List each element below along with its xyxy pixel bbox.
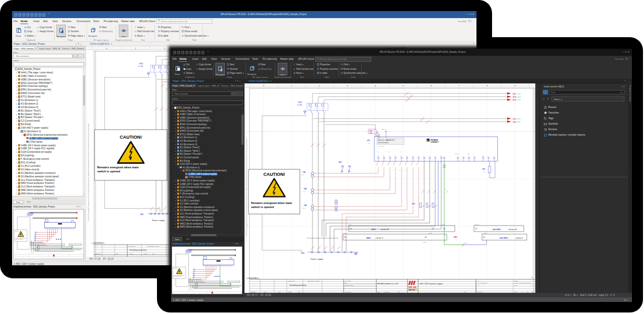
- svg-text:E2: E2: [406, 155, 408, 156]
- svg-text:Remains energized when main: Remains energized when main: [97, 166, 139, 169]
- svg-text:1W: 1W: [410, 93, 412, 94]
- svg-text:Protected by copyright. Passin: Protected by copyright. Passing on as we…: [88, 123, 90, 221]
- svg-text:= Busbar N: = Busbar N: [515, 237, 523, 239]
- svg-text:switch is opened: switch is opened: [251, 205, 274, 208]
- svg-text:4G6: 4G6: [465, 243, 468, 244]
- svg-text:-WE1.3: -WE1.3: [441, 224, 445, 225]
- svg-text:S3: S3: [400, 151, 401, 152]
- svg-text:-XD1: -XD1: [301, 252, 304, 254]
- svg-text:N: N: [432, 189, 433, 190]
- svg-text:-1L2: -1L2: [512, 121, 516, 123]
- svg-text:-2L1: -2L1: [512, 93, 516, 95]
- svg-text:P: P: [427, 139, 429, 142]
- svg-text:-PC2: -PC2: [412, 203, 415, 205]
- svg-text:Electrical engineering schemat: Electrical engineering schematic: [514, 282, 532, 284]
- svg-text:Drawing number: Drawing number: [345, 285, 354, 286]
- svg-text:E1: E1: [400, 155, 402, 156]
- svg-text:B: B: [473, 155, 474, 156]
- svg-text:ESS_Sample_Project: ESS_Sample_Project: [308, 280, 319, 282]
- svg-text:Date: Date: [116, 253, 119, 255]
- svg-text:K2: K2: [418, 155, 419, 156]
- svg-text:/ 1.4: / 1.4: [517, 99, 520, 101]
- svg-text:2x6: 2x6: [455, 239, 458, 241]
- svg-text:Page: Page: [514, 285, 517, 286]
- svg-text:-TA2: -TA2: [303, 188, 307, 190]
- svg-text:S2: S2: [394, 155, 396, 156]
- svg-text:-FC1: -FC1: [139, 63, 143, 65]
- svg-text:+A2-WE2.1: +A2-WE2.1: [481, 233, 488, 234]
- svg-text:Remains energized when main: Remains energized when main: [251, 201, 292, 204]
- svg-text:= Busbar N: = Busbar N: [375, 237, 383, 239]
- svg-text:+A1: +A1: [477, 285, 479, 286]
- svg-text:(Circuit breaker): (Circuit breaker): [378, 142, 389, 144]
- svg-text:21,4: 21,4: [483, 171, 486, 173]
- svg-text:-WE2.2: -WE2.2: [423, 242, 427, 243]
- svg-text:T: T: [135, 26, 136, 29]
- svg-text:+A2-WE1: +A2-WE1: [492, 228, 501, 231]
- svg-text:-2L2: -2L2: [512, 96, 516, 98]
- svg-text:Multi-line: =GAA+A1-FC5: Multi-line: =GAA+A1-FC5: [378, 139, 395, 141]
- svg-text:B: B: [468, 155, 469, 156]
- svg-text:Project name: Project name: [128, 246, 136, 247]
- svg-text:Job number: Job number: [345, 280, 351, 282]
- svg-text:N: N: [429, 155, 430, 156]
- svg-text:50 / 5 A: 50 / 5 A: [302, 207, 306, 208]
- svg-text:In = 32A: In = 32A: [297, 104, 302, 106]
- svg-text:= Busbar PE: = Busbar PE: [380, 229, 389, 231]
- svg-text:EPL: EPL: [152, 253, 155, 255]
- svg-text:/ 1.4: / 1.4: [517, 93, 520, 95]
- svg-text:12: 12: [405, 170, 406, 171]
- svg-text:Grinding machine: Grinding machine: [289, 284, 307, 286]
- svg-text:-WD3.4: -WD3.4: [381, 129, 386, 130]
- svg-text:Protected by copyright. Passin: Protected by copyright. Passing on as we…: [246, 138, 248, 236]
- svg-text:4: 4: [381, 170, 382, 171]
- svg-text:T: T: [294, 63, 295, 66]
- svg-text:VA: VA: [434, 155, 436, 156]
- svg-text:-1L1: -1L1: [512, 118, 516, 120]
- svg-text:S2: S2: [388, 151, 390, 152]
- svg-text:=+B4&EPA1/1: =+B4&EPA1/1: [246, 277, 259, 279]
- svg-text:16A: 16A: [370, 132, 372, 134]
- svg-text:Power supply: Power supply: [152, 219, 165, 222]
- svg-text:2: 2: [376, 170, 377, 171]
- svg-text:N: N: [426, 189, 427, 190]
- svg-text:D1: D1: [377, 155, 379, 156]
- svg-text:+A2-WE1.1: +A2-WE1.1: [473, 224, 479, 225]
- svg-text:EPLAN: EPLAN: [409, 286, 417, 289]
- svg-text:1: 1: [68, 30, 69, 32]
- svg-text:+: +: [457, 155, 458, 156]
- svg-text:INPUT: INPUT: [467, 153, 470, 154]
- svg-text:In = 32A: In = 32A: [138, 65, 143, 67]
- svg-text:-: -: [493, 155, 494, 156]
- svg-text:-WE2: -WE2: [366, 237, 371, 239]
- svg-text:ESS_Sample_Project: ESS_Sample_Project: [147, 246, 159, 247]
- svg-text:-: -: [462, 155, 463, 156]
- svg-text:-XD1: -XD1: [140, 214, 143, 216]
- svg-text:PE: PE: [445, 189, 446, 190]
- svg-text:+: +: [488, 155, 489, 156]
- svg-text:-WE1.2: -WE1.2: [428, 233, 432, 234]
- svg-text:CAUTION!: CAUTION!: [263, 172, 285, 177]
- svg-text:1: 1: [227, 68, 228, 70]
- svg-text:N: N: [420, 189, 421, 190]
- svg-text:-WE1: -WE1: [371, 228, 376, 231]
- svg-text:switch is opened: switch is opened: [97, 170, 120, 173]
- svg-text:NFPS1: NFPS1: [514, 280, 518, 282]
- svg-text:/ 4.1: / 4.1: [517, 118, 520, 120]
- svg-text:|T|: |T|: [293, 68, 295, 70]
- svg-text:/ 1.4: / 1.4: [517, 96, 520, 98]
- svg-text:-W01: -W01: [453, 236, 457, 238]
- svg-text:Grinding machine: Grinding machine: [129, 249, 147, 251]
- svg-text:2: 2: [531, 276, 533, 279]
- svg-text:21,4: 21,4: [368, 143, 370, 144]
- svg-text:= Busbar PE: = Busbar PE: [508, 229, 517, 231]
- svg-text:-2L3: -2L3: [512, 99, 516, 101]
- svg-text:CONTACT: CONTACT: [431, 141, 439, 143]
- svg-text:3: 3: [316, 142, 317, 143]
- svg-text:/ 4.1: / 4.1: [517, 121, 520, 123]
- svg-text:=GAA: =GAA: [477, 280, 480, 282]
- svg-text:Power supply: Power supply: [310, 258, 324, 260]
- svg-text:400 / 230 V power supply: 400 / 230 V power supply: [420, 282, 442, 285]
- svg-text:Modification: Modification: [95, 253, 101, 255]
- svg-text:=+B4&EPA1/1: =+B4&EPA1/1: [92, 242, 105, 244]
